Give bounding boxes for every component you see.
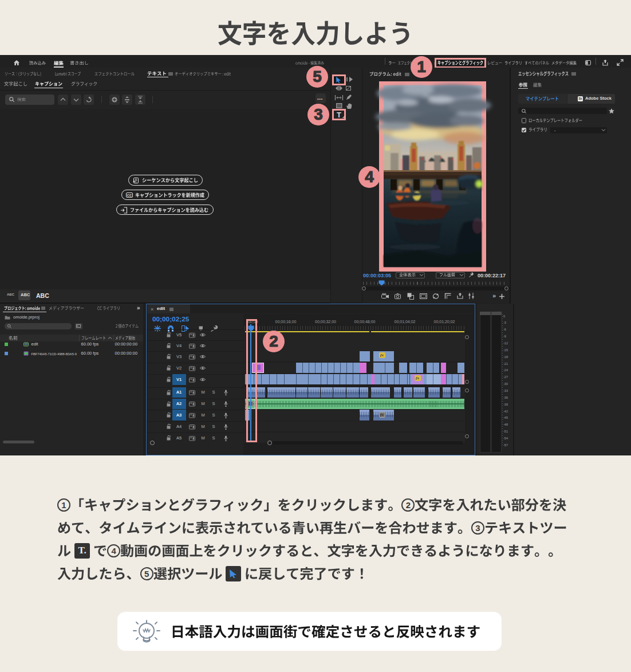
svg-text:CC: CC — [127, 194, 132, 197]
